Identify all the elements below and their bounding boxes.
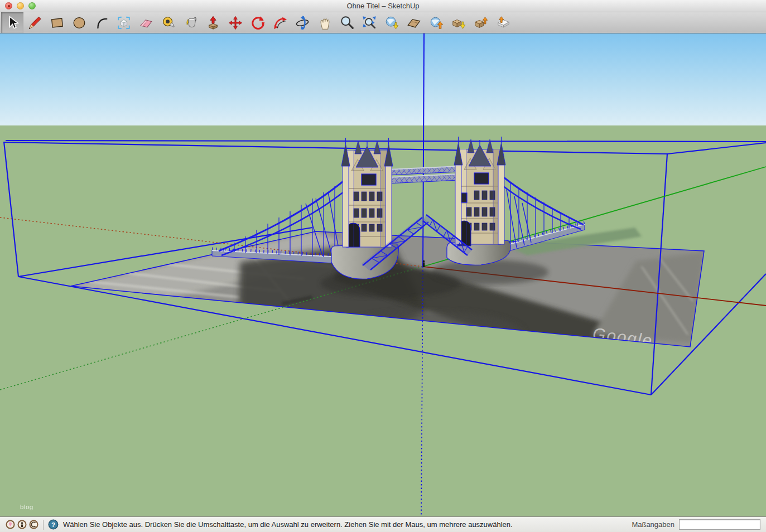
statusbar-divider (43, 520, 44, 530)
zoom-button[interactable] (28, 2, 36, 9)
eraser-icon (138, 15, 154, 31)
tool-paint-bucket[interactable] (180, 12, 202, 33)
titlebar: Ohne Titel – SketchUp (0, 0, 766, 12)
tool-line[interactable] (23, 12, 46, 33)
zoom-extents-icon (362, 15, 377, 31)
tool-toggle-terrain[interactable] (403, 12, 425, 33)
arc-icon (94, 15, 109, 31)
geo-badge-icon[interactable] (6, 520, 15, 529)
tool-zoom[interactable] (336, 12, 358, 33)
push-pull-icon (205, 15, 221, 31)
compass-badge-icon[interactable] (29, 520, 38, 529)
share-model-icon (473, 15, 489, 31)
tool-rotate[interactable] (247, 12, 269, 33)
circle-icon (71, 15, 87, 31)
make-component-icon (116, 15, 132, 31)
tool-send-to-layout[interactable] (492, 12, 514, 33)
tape-measure-icon (161, 15, 176, 31)
line-pencil-icon (27, 15, 42, 31)
credit-badge-icon[interactable] (17, 520, 27, 529)
sketchup-window: Ohne Titel – SketchUp (0, 0, 766, 532)
close-button[interactable] (5, 2, 12, 9)
offset-icon (272, 15, 288, 31)
tool-tape-measure[interactable] (157, 12, 180, 33)
send-to-layout-icon (495, 15, 511, 31)
measurements-label: Maßangaben (632, 520, 675, 529)
tool-arc[interactable] (90, 12, 113, 33)
tool-eraser[interactable] (135, 12, 157, 33)
get-current-view-icon (384, 15, 399, 31)
window-controls (5, 2, 36, 9)
toggle-terrain-icon (406, 15, 422, 31)
get-models-icon (451, 15, 466, 31)
tool-zoom-extents[interactable] (358, 12, 380, 33)
tool-make-component[interactable] (113, 12, 135, 33)
scale-figure (423, 260, 425, 267)
rectangle-icon (49, 15, 65, 31)
paint-bucket-icon (183, 15, 199, 31)
measurements-input[interactable] (679, 519, 760, 530)
tool-share-model[interactable] (470, 12, 492, 33)
viewport-canvas[interactable]: Google (0, 33, 766, 516)
tool-get-current-view[interactable] (380, 12, 403, 33)
zoom-icon (339, 15, 355, 31)
tool-orbit[interactable] (291, 12, 314, 33)
toolbar (0, 12, 766, 33)
pan-icon (317, 15, 333, 31)
sky (0, 33, 766, 126)
tool-move[interactable] (224, 12, 247, 33)
help-icon[interactable]: ? (48, 519, 59, 530)
minimize-button[interactable] (17, 2, 24, 9)
blog-watermark: blog (20, 504, 33, 510)
viewport[interactable]: Google (0, 33, 766, 516)
status-message: Wählen Sie Objekte aus. Drücken Sie die … (63, 520, 513, 529)
tool-circle[interactable] (68, 12, 90, 33)
left-tower (341, 138, 393, 247)
window-title: Ohne Titel – SketchUp (346, 2, 419, 10)
orbit-icon (295, 15, 310, 31)
select-arrow-icon (4, 15, 20, 31)
place-model-icon (428, 15, 444, 31)
tool-rectangle[interactable] (46, 12, 68, 33)
tool-push-pull[interactable] (202, 12, 224, 33)
tool-place-model[interactable] (425, 12, 447, 33)
tool-offset[interactable] (269, 12, 291, 33)
right-tower (454, 137, 505, 246)
tool-get-models[interactable] (447, 12, 470, 33)
statusbar: ? Wählen Sie Objekte aus. Drücken Sie di… (0, 516, 766, 532)
move-icon (228, 15, 243, 31)
tool-pan[interactable] (314, 12, 336, 33)
rotate-icon (250, 15, 266, 31)
svg-text:?: ? (51, 521, 55, 528)
tool-select[interactable] (1, 12, 23, 33)
